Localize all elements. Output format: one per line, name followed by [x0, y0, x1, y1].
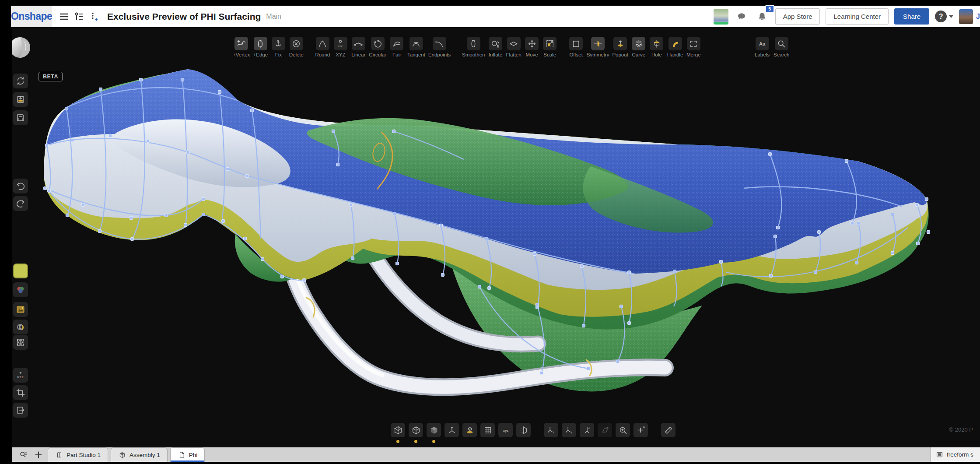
cage-vertex[interactable] — [776, 226, 779, 229]
cage-vertex[interactable] — [533, 252, 536, 255]
cage-vertex[interactable] — [485, 237, 488, 240]
cage-vertex[interactable] — [164, 214, 168, 217]
cage-vertex[interactable] — [66, 214, 69, 217]
app-store-button[interactable]: App Store — [775, 8, 820, 25]
tool-search[interactable]: Search — [774, 37, 789, 57]
manage-tabs-button[interactable] — [17, 449, 30, 461]
tool-handle[interactable]: Handle — [667, 37, 683, 57]
cage-vertex[interactable] — [439, 224, 442, 227]
tool-delete[interactable]: Delete — [289, 37, 304, 57]
user-avatar[interactable] — [959, 9, 973, 24]
cage-vertex[interactable] — [536, 303, 539, 306]
cage-vertex[interactable] — [814, 271, 817, 274]
import-icon[interactable] — [13, 92, 28, 107]
save-icon[interactable] — [13, 110, 28, 125]
show-triad-toggle[interactable] — [444, 423, 459, 443]
cage-vertex[interactable] — [45, 144, 48, 147]
insert-new-item-button[interactable] — [86, 9, 101, 25]
notifications-button[interactable]: 5 — [755, 9, 770, 25]
cage-vertex[interactable] — [845, 159, 848, 162]
help-menu-button[interactable]: ? — [935, 11, 953, 22]
tool-offset[interactable]: Offset — [569, 37, 584, 57]
cage-vertex[interactable] — [181, 78, 184, 81]
cage-vertex[interactable] — [99, 88, 102, 91]
cage-vertex[interactable] — [349, 203, 352, 206]
onshape-logo[interactable]: Onshape — [11, 6, 52, 27]
cage-vertex[interactable] — [261, 257, 264, 260]
tool-move[interactable]: Move — [525, 37, 539, 57]
cage-vertex[interactable] — [768, 152, 771, 155]
tool-fix[interactable]: Fix — [271, 37, 286, 57]
cage-vertex[interactable] — [587, 367, 590, 370]
cage-vertex[interactable] — [47, 189, 50, 192]
cage-vertex[interactable] — [673, 270, 676, 273]
cage-vertex[interactable] — [186, 151, 189, 154]
cage-vertex[interactable] — [478, 285, 481, 288]
hamburger-menu-button[interactable] — [56, 9, 71, 25]
ground-plane-toggle[interactable] — [462, 423, 477, 443]
cage-vertex[interactable] — [146, 139, 149, 142]
sync-icon[interactable] — [13, 74, 28, 88]
cage-vertex[interactable] — [850, 221, 854, 225]
cage-vertex[interactable] — [202, 197, 205, 200]
3d-viewport[interactable]: BETA © 2020 P +REF +Vertex+EdgeFixDelete… — [12, 27, 980, 447]
cage-vertex[interactable] — [139, 78, 142, 81]
cage-vertex[interactable] — [927, 230, 930, 233]
view-along-x[interactable]: x — [544, 423, 558, 443]
tool-popout[interactable]: Popout — [612, 37, 628, 57]
cage-vertex[interactable] — [43, 186, 46, 190]
tool-fair[interactable]: Fair — [389, 37, 404, 57]
cage-vertex[interactable] — [769, 274, 772, 277]
zoom-to-fit[interactable] — [616, 423, 630, 443]
view-along-y[interactable]: y — [562, 423, 576, 443]
measure-tool[interactable] — [661, 423, 676, 443]
color-wheel-icon[interactable] — [13, 282, 28, 297]
cage-vertex[interactable] — [393, 212, 396, 215]
tool-edge[interactable]: +Edge — [253, 37, 268, 57]
cage-vertex[interactable] — [616, 360, 619, 363]
tool-scale[interactable]: Scale — [542, 37, 557, 57]
cage-vertex[interactable] — [441, 273, 444, 276]
split-view-icon[interactable] — [13, 335, 28, 350]
sphere-mesh-icon[interactable] — [13, 320, 28, 334]
cage-vertex[interactable] — [130, 216, 133, 219]
tool-inflate[interactable]: Inflate — [488, 37, 503, 57]
cage-vertex[interactable] — [332, 130, 335, 133]
cage-vertex[interactable] — [916, 242, 919, 245]
tab-part-studio-1[interactable]: Part Studio 1 — [48, 447, 108, 462]
mirror-display-toggle[interactable] — [516, 423, 531, 443]
cage-vertex[interactable] — [351, 257, 354, 260]
tool-xyz[interactable]: xyzXYZ — [333, 37, 348, 57]
tool-smoothen[interactable]: Smoothen — [462, 37, 485, 57]
cage-vertex[interactable] — [580, 264, 583, 267]
show-shaded-toggle[interactable] — [427, 423, 441, 443]
crop-icon[interactable] — [13, 385, 28, 400]
cage-vertex[interactable] — [857, 221, 860, 225]
tool-vertex[interactable]: +Vertex — [233, 37, 250, 57]
cage-vertex[interactable] — [81, 203, 84, 206]
cage-vertex[interactable] — [392, 130, 395, 133]
cage-vertex[interactable] — [250, 109, 253, 112]
cage-vertex[interactable] — [108, 134, 112, 137]
tab-assembly-1[interactable]: Assembly 1 — [111, 447, 168, 462]
cage-vertex[interactable] — [540, 371, 543, 374]
tool-merge[interactable]: Merge — [686, 37, 701, 57]
cage-vertex[interactable] — [221, 219, 224, 222]
cage-vertex[interactable] — [130, 237, 133, 240]
tool-symmetry[interactable]: Symmetry — [587, 37, 609, 57]
undo-icon[interactable] — [13, 179, 28, 193]
cage-vertex[interactable] — [817, 230, 820, 233]
cage-vertex[interactable] — [302, 278, 305, 281]
freeform-status-chip[interactable]: freeform s — [931, 447, 980, 462]
view-along-z[interactable]: z — [580, 423, 594, 443]
cage-vertex[interactable] — [396, 262, 399, 265]
cage-vertex[interactable] — [891, 251, 894, 254]
tool-linear[interactable]: Linear — [351, 37, 366, 57]
cage-vertex[interactable] — [71, 138, 74, 141]
learning-center-button[interactable]: Learning Center — [826, 8, 889, 25]
cage-vertex[interactable] — [855, 261, 858, 264]
color-swatch[interactable] — [13, 264, 28, 278]
presence-avatar[interactable] — [714, 9, 728, 25]
image-icon[interactable] — [13, 302, 28, 317]
cage-vertex[interactable] — [627, 271, 630, 274]
